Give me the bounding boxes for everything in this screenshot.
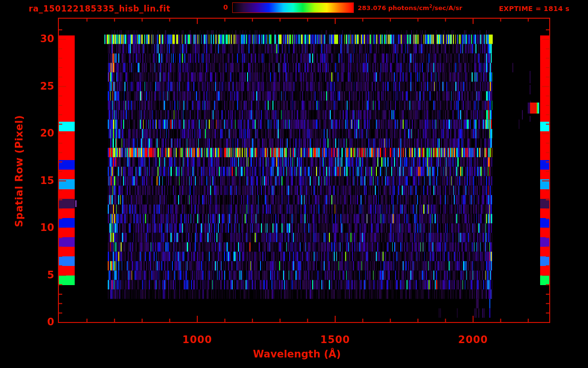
x-axis-title: Wavelength (Å) <box>253 348 341 360</box>
y-tick-label: 5 <box>27 269 54 281</box>
spectral-image-canvas <box>0 0 588 368</box>
y-tick-label: 25 <box>27 80 54 92</box>
colorbar-min-label: 0 <box>206 3 228 11</box>
exptime-label: EXPTIME = 1814 s <box>499 5 569 12</box>
spectral-viewer-window: ra_150122185335_hisb_lin.fit 0 283.076 p… <box>0 0 588 368</box>
colorbar-gradient <box>232 2 354 13</box>
filename-label: ra_150122185335_hisb_lin.fit <box>29 4 170 13</box>
colorbar-units-suffix: /sec/A/sr <box>432 4 463 12</box>
y-axis-title: Spatial Row (Pixel) <box>13 115 25 227</box>
x-tick-label: 1000 <box>176 334 219 345</box>
y-tick-label: 10 <box>27 222 54 233</box>
x-tick-label: 2000 <box>452 334 495 345</box>
y-tick-label: 30 <box>27 33 54 45</box>
colorbar-max-value: 283.076 <box>358 4 386 12</box>
x-tick-label: 1500 <box>314 334 357 345</box>
y-tick-label: 0 <box>27 316 54 328</box>
y-tick-label: 20 <box>27 127 54 139</box>
y-tick-label: 15 <box>27 175 54 186</box>
colorbar-max-label: 283.076 photons/cm2/sec/A/sr <box>358 4 462 12</box>
colorbar-units-prefix: photons/cm <box>388 4 430 12</box>
